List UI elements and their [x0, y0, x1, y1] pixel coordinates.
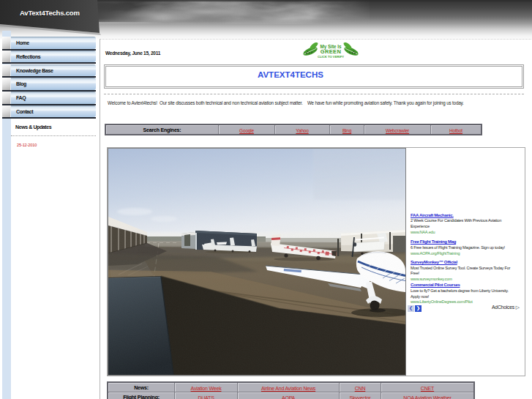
svg-text:GREEN: GREEN: [321, 48, 342, 55]
svg-text:CLICK TO VERIFY: CLICK TO VERIFY: [318, 55, 344, 59]
